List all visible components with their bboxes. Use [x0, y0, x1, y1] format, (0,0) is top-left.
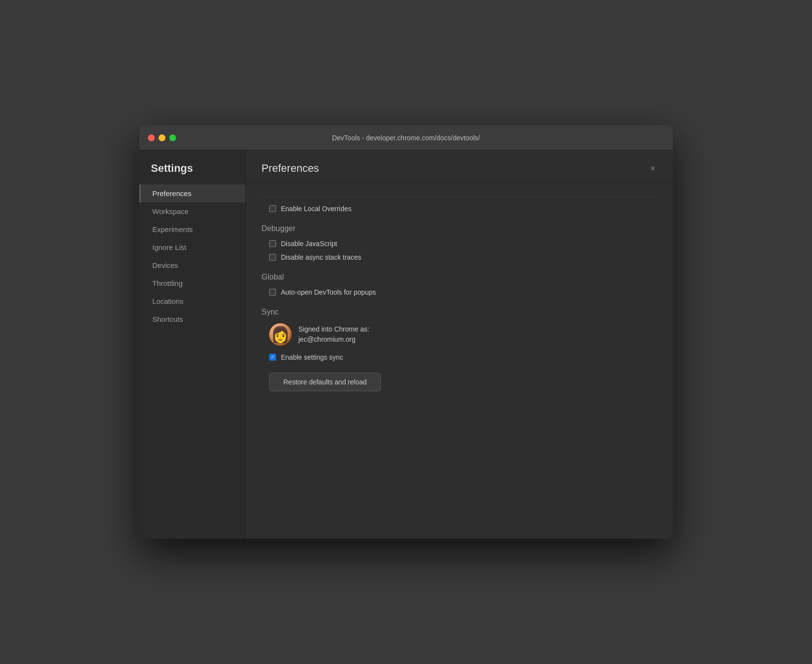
sidebar: Settings Preferences Workspace Experimen…	[139, 150, 246, 539]
maximize-window-button[interactable]	[169, 134, 176, 141]
auto-open-devtools-checkbox[interactable]	[269, 289, 276, 296]
enable-local-overrides-row: Enable Local Overrides	[261, 205, 657, 213]
debugger-heading: Debugger	[261, 224, 657, 233]
enable-local-overrides-label[interactable]: Enable Local Overrides	[281, 205, 352, 213]
enable-local-overrides-checkbox[interactable]	[269, 205, 276, 212]
browser-window: DevTools - developer.chrome.com/docs/dev…	[139, 125, 673, 539]
debugger-section: Debugger Disable JavaScript Disable asyn…	[261, 224, 657, 261]
sidebar-item-locations[interactable]: Locations	[139, 292, 245, 310]
titlebar-text: DevTools - developer.chrome.com/docs/dev…	[332, 134, 480, 142]
section-divider	[261, 197, 657, 197]
content-area: Enable Local Overrides Debugger Disable …	[246, 183, 673, 539]
signed-in-label: Signed into Chrome as:	[298, 324, 369, 334]
sidebar-item-workspace[interactable]: Workspace	[139, 202, 245, 220]
disable-javascript-row: Disable JavaScript	[261, 240, 657, 248]
main-content: Preferences × Enable Local Overrides Deb…	[246, 150, 673, 539]
enable-settings-sync-row: Enable settings sync	[261, 353, 657, 361]
global-section: Global Auto-open DevTools for popups	[261, 273, 657, 296]
main-header: Preferences ×	[246, 150, 673, 183]
sidebar-item-preferences[interactable]: Preferences	[139, 184, 245, 202]
enable-settings-sync-label[interactable]: Enable settings sync	[281, 353, 343, 361]
disable-async-stack-traces-label[interactable]: Disable async stack traces	[281, 253, 361, 261]
close-window-button[interactable]	[148, 134, 155, 141]
sidebar-item-experiments[interactable]: Experiments	[139, 220, 245, 238]
disable-javascript-checkbox[interactable]	[269, 240, 276, 247]
global-heading: Global	[261, 273, 657, 282]
sync-user-info-row: Signed into Chrome as: jec@chromium.org	[261, 323, 657, 346]
avatar-image	[269, 323, 292, 346]
user-email: jec@chromium.org	[298, 334, 369, 345]
disable-javascript-label[interactable]: Disable JavaScript	[281, 240, 337, 248]
settings-container: Settings Preferences Workspace Experimen…	[139, 150, 673, 539]
disable-async-stack-traces-row: Disable async stack traces	[261, 253, 657, 261]
titlebar: DevTools - developer.chrome.com/docs/dev…	[139, 125, 673, 150]
sidebar-item-ignore-list[interactable]: Ignore List	[139, 238, 245, 256]
sources-section: Enable Local Overrides	[261, 197, 657, 213]
traffic-lights	[148, 134, 176, 141]
sidebar-item-devices[interactable]: Devices	[139, 256, 245, 274]
auto-open-devtools-row: Auto-open DevTools for popups	[261, 288, 657, 296]
sync-heading: Sync	[261, 308, 657, 316]
minimize-window-button[interactable]	[159, 134, 165, 141]
disable-async-stack-traces-checkbox[interactable]	[269, 254, 276, 261]
sidebar-title: Settings	[139, 162, 245, 184]
main-title: Preferences	[261, 162, 319, 175]
sync-section: Sync Signed into Chrome as: jec@chromium…	[261, 308, 657, 391]
close-settings-button[interactable]: ×	[648, 162, 657, 175]
auto-open-devtools-label[interactable]: Auto-open DevTools for popups	[281, 288, 376, 296]
enable-settings-sync-checkbox[interactable]	[269, 354, 276, 361]
restore-defaults-button[interactable]: Restore defaults and reload	[269, 373, 381, 391]
sync-user-details: Signed into Chrome as: jec@chromium.org	[298, 324, 369, 345]
sidebar-item-throttling[interactable]: Throttling	[139, 274, 245, 292]
sidebar-item-shortcuts[interactable]: Shortcuts	[139, 310, 245, 328]
user-avatar	[269, 323, 292, 346]
